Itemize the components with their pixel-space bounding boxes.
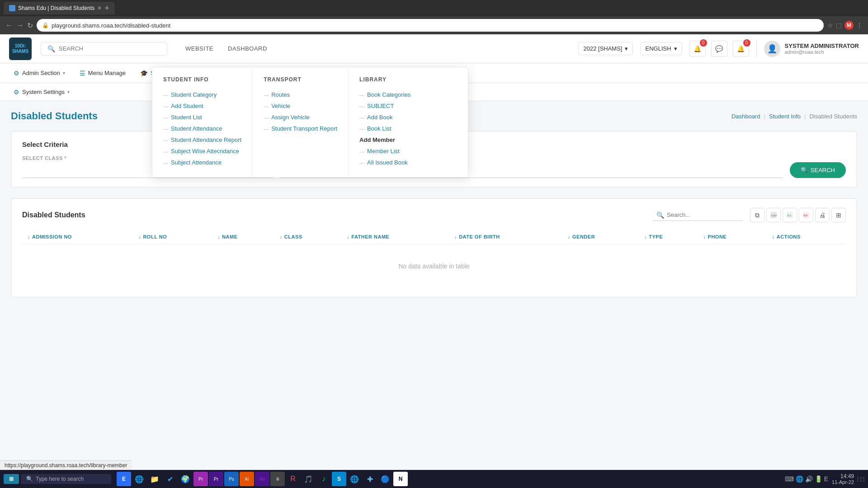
dropdown-item-add-book[interactable]: —Add Book	[359, 112, 446, 123]
lock-icon: 🔒	[42, 22, 49, 28]
pdf-button[interactable]: PDF	[799, 208, 813, 222]
dash-icon: —	[359, 92, 364, 98]
csv-button[interactable]: CSV	[766, 208, 781, 222]
address-bar[interactable]: 🔒 playground.shams.roaa.tech/disabled-st…	[37, 19, 824, 32]
admin-icon: ⚙	[14, 70, 19, 77]
language-text: ENGLISH	[645, 45, 671, 52]
col-name[interactable]: ↓NAME	[212, 230, 274, 244]
dropdown-item-routes[interactable]: —Routes	[264, 89, 337, 100]
dropdown-item-student-attendance[interactable]: —Student Attendance	[163, 123, 241, 134]
dash-icon: —	[264, 115, 269, 120]
settings-label: System Settings	[22, 89, 65, 95]
dash-icon: —	[163, 149, 168, 154]
dash-icon: —	[264, 92, 269, 98]
dash-icon: —	[163, 92, 168, 98]
dropdown-item-subject-att[interactable]: —Subject Attendance	[163, 157, 241, 168]
dropdown-item-student-list[interactable]: —Student List	[163, 112, 241, 123]
col-dob[interactable]: ↓DATE OF BIRTH	[449, 230, 562, 244]
language-selector[interactable]: ENGLISH ▾	[640, 42, 682, 55]
dash-icon: —	[359, 160, 364, 165]
excel-button[interactable]: XLS	[783, 208, 797, 222]
whatsapp-btn[interactable]: 💬	[711, 41, 727, 57]
copy-button[interactable]: ⧉	[750, 208, 764, 222]
settings-icon: ⚙	[14, 89, 19, 96]
dropdown-header-transport: TRANSPORT	[264, 76, 337, 83]
breadcrumb-student-info[interactable]: Student Info	[769, 113, 801, 120]
page-title: Disabled Students	[11, 110, 98, 122]
search-btn-icon: 🔍	[801, 167, 808, 174]
dropdown-item-transport-report[interactable]: —Student Transport Report	[264, 123, 337, 134]
dropdown-item-add-student[interactable]: —Add Student	[163, 100, 241, 112]
table-no-data-row: No data available in table	[22, 244, 846, 288]
print-button[interactable]: 🖨	[815, 208, 830, 222]
dropdown-item-subject[interactable]: —SUBJECT	[359, 100, 446, 112]
student-icon: 🎓	[140, 70, 148, 77]
profile-icon[interactable]: M	[844, 21, 854, 30]
nav-item-admin[interactable]: ⚙ Admin Section ▾	[7, 67, 71, 80]
dropdown-item-assign-vehicle[interactable]: —Assign Vehicle	[264, 112, 337, 123]
dropdown-item-member-list[interactable]: —Member List	[359, 145, 446, 157]
search-btn-label: SEARCH	[811, 167, 835, 174]
back-button[interactable]: ←	[5, 21, 13, 29]
global-search-input[interactable]	[59, 45, 149, 52]
col-father-name[interactable]: ↓FATHER NAME	[341, 230, 449, 244]
browser-address-bar-row: ← → ↻ 🔒 playground.shams.roaa.tech/disab…	[0, 16, 868, 34]
dropdown-item-attendance-report[interactable]: —Student Attendance Report	[163, 134, 241, 145]
table-search-input[interactable]	[667, 211, 739, 218]
dropdown-item-subject-attendance[interactable]: —Subject Wise Attecndance	[163, 145, 241, 157]
dropdown-item-vehicle[interactable]: —Vehicle	[264, 100, 337, 112]
col-phone[interactable]: ↓PHONE	[698, 230, 767, 244]
dropdown-col-student-info: STUDENT INFO —Student Category —Add Stud…	[152, 67, 253, 177]
admin-label: Admin Section	[22, 70, 60, 76]
year-text: 2022 [SHAMS]	[583, 45, 622, 52]
notification-bell-btn[interactable]: 🔔 0	[689, 41, 706, 57]
col-roll-no[interactable]: ↓ROLL NO	[133, 230, 212, 244]
search-button[interactable]: 🔍 SEARCH	[790, 162, 846, 178]
col-gender[interactable]: ↓GENDER	[562, 230, 639, 244]
student-services-dropdown: STUDENT INFO —Student Category —Add Stud…	[152, 67, 468, 178]
svg-text:CSV: CSV	[771, 214, 777, 217]
url-text: playground.shams.roaa.tech/disabled-stud…	[52, 22, 170, 29]
admin-arrow-icon: ▾	[63, 70, 65, 75]
col-admission-no[interactable]: ↓ADMISSION NO	[22, 230, 133, 244]
new-tab-icon[interactable]: +	[104, 4, 109, 13]
website-link[interactable]: WEBSITE	[185, 45, 213, 52]
dropdown-item-add-member[interactable]: Add Member	[359, 134, 446, 145]
browser-tab[interactable]: Shams Edu | Disabled Students ✕ +	[4, 2, 115, 14]
col-type[interactable]: ↓TYPE	[639, 230, 698, 244]
dropdown-col-transport: TRANSPORT —Routes —Vehicle —Assign Vehic…	[253, 67, 349, 177]
nav-item-menu[interactable]: ☰ Menu Manage	[73, 67, 132, 80]
dash-icon: —	[163, 126, 168, 131]
table-search-area[interactable]: 🔍	[653, 210, 743, 221]
logo-text: 10Di: SHAMS	[12, 43, 28, 54]
forward-button[interactable]: →	[16, 21, 24, 29]
columns-button[interactable]: ⊞	[831, 208, 846, 222]
nav-item-settings[interactable]: ⚙ System Settings ▾	[7, 86, 76, 99]
col-class[interactable]: ↓CLASS	[274, 230, 342, 244]
browser-action-buttons: ☆ ⬚ M ⋮	[827, 21, 863, 30]
tab-title: Shams Edu | Disabled Students	[18, 5, 94, 11]
whatsapp-icon: 💬	[715, 45, 723, 52]
alert-bell-btn[interactable]: 🔔 0	[733, 41, 749, 57]
tab-close-icon[interactable]: ✕	[97, 5, 102, 11]
user-area: 👤 SYSTEM ADMINISTRATOR admin@roaa.tech	[756, 41, 859, 57]
extension-icon[interactable]: ⬚	[836, 22, 842, 29]
alert-icon: 🔔	[737, 45, 745, 52]
refresh-button[interactable]: ↻	[27, 21, 33, 30]
dash-icon: —	[163, 160, 168, 165]
dashboard-link[interactable]: DASHBOARD	[228, 45, 267, 52]
year-selector[interactable]: 2022 [SHAMS] ▾	[578, 42, 633, 55]
dropdown-item-book-categories[interactable]: —Book Categories	[359, 89, 446, 100]
bookmark-icon[interactable]: ☆	[827, 22, 833, 29]
global-search-area[interactable]: 🔍	[41, 42, 167, 56]
dropdown-item-book-list[interactable]: —Book List	[359, 123, 446, 134]
alert-badge: 0	[743, 39, 750, 47]
dropdown-item-all-issued-book[interactable]: —All Issued Book	[359, 157, 446, 168]
dropdown-header-library: LIBRARY	[359, 76, 446, 83]
dropdown-item-student-category[interactable]: —Student Category	[163, 89, 241, 100]
breadcrumb-dashboard[interactable]: Dashboard	[731, 113, 760, 120]
dropdown-header-student-info: STUDENT INFO	[163, 76, 241, 83]
menu-dots-icon[interactable]: ⋮	[856, 22, 863, 29]
col-actions[interactable]: ↓ACTIONS	[767, 230, 846, 244]
user-email: admin@roaa.tech	[785, 49, 859, 55]
